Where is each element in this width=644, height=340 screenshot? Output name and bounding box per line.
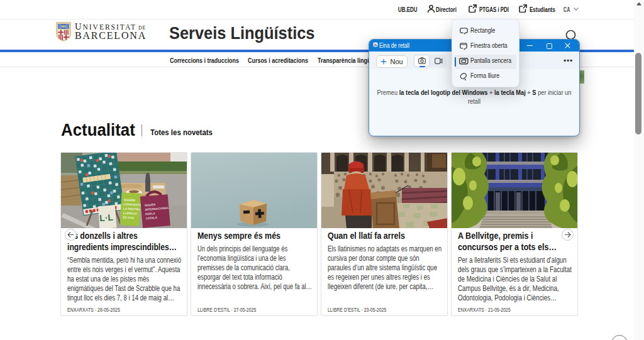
svg-text:L·L: L·L	[99, 212, 114, 224]
svg-text:SIGUEM: SIGUEM	[124, 198, 136, 202]
